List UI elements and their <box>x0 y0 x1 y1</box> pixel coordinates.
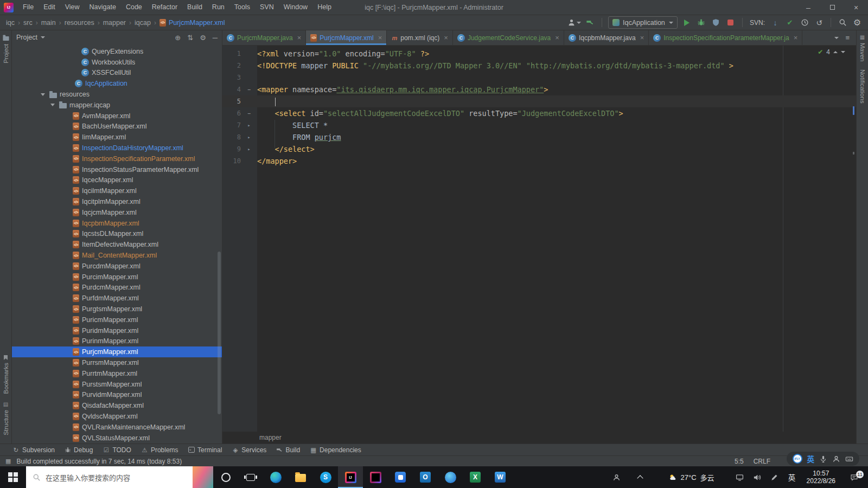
project-tree-item[interactable]: </>PurstsmMapper.xml <box>12 379 222 390</box>
pen-button[interactable] <box>767 473 783 481</box>
toolwindow-button-services[interactable]: ◈Services <box>227 444 271 455</box>
project-tree-item[interactable]: </>QVLRankMaintenanceMapper.xml <box>12 422 222 433</box>
tree-expanded-icon[interactable] <box>50 104 55 106</box>
hide-panel-button[interactable]: ─ <box>213 34 218 42</box>
toolwindow-button-problems[interactable]: ⚠Problems <box>136 444 183 455</box>
coverage-button[interactable] <box>711 17 722 29</box>
menu-run[interactable]: Run <box>207 0 229 15</box>
menu-svn[interactable]: SVN <box>255 0 279 15</box>
toolwindow-button-debug[interactable]: Debug <box>60 444 98 455</box>
error-stripe-mark[interactable] <box>853 106 854 115</box>
project-tree-item[interactable]: </>PurfdmMapper.xml <box>12 293 222 304</box>
breadcrumb-item[interactable]: main <box>41 19 56 27</box>
project-tree-item[interactable]: </>ItemDefectiveMapper.xml <box>12 239 222 250</box>
line-separator-indicator[interactable]: CRLF <box>754 458 770 465</box>
project-tree-item[interactable]: </>IimMapper.xml <box>12 132 222 143</box>
toolwindow-button-structure[interactable]: ▤ Structure <box>3 397 9 439</box>
editor-tab[interactable]: </>PurjcmMapper.xml× <box>306 30 387 45</box>
editor-tab[interactable]: CInspectionSpecificationParameterMapper.… <box>649 30 802 45</box>
taskbar-app-outlook[interactable]: O <box>413 466 438 488</box>
project-tree-item[interactable]: CWorkbookUtils <box>12 57 222 68</box>
menu-code[interactable]: Code <box>121 0 147 15</box>
code-line[interactable]: 6− <select id="selectAllJudgementCodeExc… <box>222 107 856 119</box>
taskbar-app-meeting-app[interactable] <box>438 466 463 488</box>
editor-tab[interactable]: CPurjcmMapper.java× <box>222 30 306 45</box>
run-configuration-select[interactable]: IqcApplication <box>608 16 678 29</box>
taskbar-app-skype[interactable]: S <box>313 466 338 488</box>
settings-button[interactable]: ⚙ <box>852 17 863 29</box>
start-button[interactable] <box>0 466 26 488</box>
taskbar-app-jetbrains-ide[interactable] <box>363 466 388 488</box>
update-project-button[interactable]: ↓ <box>770 17 781 29</box>
project-scrollbar[interactable] <box>218 252 221 414</box>
taskbar-clock[interactable]: 10:57 2022/8/26 <box>801 470 841 485</box>
weather-widget[interactable]: 27°C 多云 <box>661 472 722 483</box>
code-line[interactable]: 4−<mapper namespace="its.qisdaerp.mm.iqc… <box>222 84 856 95</box>
code-line[interactable]: 7▸ SELECT * <box>222 119 856 131</box>
tab-close-icon[interactable]: × <box>555 34 559 42</box>
project-tree-item[interactable]: </>PurcimMapper.xml <box>12 272 222 282</box>
project-tree-item[interactable]: </>PurrtmMapper.xml <box>12 368 222 379</box>
project-tree-item[interactable]: </>PurgtsmMapper.xml <box>12 304 222 314</box>
editor-tab[interactable]: CJudgementCodeService.java× <box>453 30 564 45</box>
rollback-button[interactable]: ↺ <box>814 17 825 29</box>
editor[interactable]: 1<?xml version="1.0" encoding="UTF-8" ?>… <box>222 46 856 432</box>
toolwindow-button-notifications[interactable]: Notifications <box>859 66 866 107</box>
toolwindow-button-project[interactable]: Project <box>2 30 10 67</box>
taskbar-app-task-view[interactable] <box>238 466 263 488</box>
menu-view[interactable]: View <box>60 0 85 15</box>
prev-problem-icon[interactable] <box>833 51 838 53</box>
action-center-button[interactable]: 11 <box>842 473 866 481</box>
project-tree-item[interactable]: </>IqcilmtMapper.xml <box>12 185 222 196</box>
toolwindow-button-todo[interactable]: ☑TODO <box>98 444 136 455</box>
minimize-button[interactable]: – <box>796 0 820 15</box>
ime-language-mode[interactable]: 英 <box>807 453 815 464</box>
project-tree-item[interactable]: CQueryExtensions <box>12 46 222 57</box>
project-tree-item[interactable]: CIqcApplication <box>12 78 222 89</box>
tab-options-icon[interactable]: ≡ <box>845 34 850 42</box>
menu-refactor[interactable]: Refactor <box>147 0 182 15</box>
project-tree-item[interactable]: </>IqcpbmMapper.xml <box>12 218 222 229</box>
toolwindow-toggle-icon[interactable]: ▦ <box>5 458 11 465</box>
taskbar-app-cortana[interactable] <box>213 466 238 488</box>
input-language-indicator[interactable]: 英 <box>784 472 800 483</box>
taskbar-app-word[interactable]: W <box>488 466 513 488</box>
code-line[interactable]: 8▸ FROM purjcm <box>222 131 856 143</box>
editor-tab[interactable]: mpom.xml (iqc)× <box>387 30 453 45</box>
history-button[interactable] <box>799 17 810 29</box>
project-tree-item[interactable]: </>PurcdmMapper.xml <box>12 261 222 272</box>
project-tree-item[interactable]: </>InspectionSpecificationParameter.xml <box>12 153 222 164</box>
inspections-widget[interactable]: ✔ 4 <box>818 48 845 56</box>
panel-settings-button[interactable]: ⚙ <box>200 34 206 42</box>
menu-edit[interactable]: Edit <box>39 0 60 15</box>
toolwindow-button-maven[interactable]: ▦ Maven <box>859 30 866 66</box>
code-line[interactable]: 2<!DOCTYPE mapper PUBLIC "-//mybatis.org… <box>222 60 856 72</box>
search-everywhere-button[interactable] <box>837 17 848 29</box>
project-tree-item[interactable]: </>QVLStatusMapper.xml <box>12 433 222 444</box>
ifly-logo-icon[interactable]: iFLY <box>793 454 802 464</box>
project-tree-item[interactable]: </>IqcjcmMapper.xml <box>12 207 222 218</box>
project-tree-item[interactable]: </>PurdcmMapper.xml <box>12 282 222 293</box>
menu-tools[interactable]: Tools <box>229 0 255 15</box>
build-project-button[interactable] <box>585 17 596 29</box>
code-line[interactable]: 10</mapper> <box>222 155 856 167</box>
editor-tab[interactable]: CIqcpbmMapper.java× <box>564 30 649 45</box>
breadcrumb-item[interactable]: mapper <box>103 19 126 27</box>
keyboard-icon[interactable] <box>845 455 853 463</box>
editor-breadcrumb[interactable]: mapper <box>222 432 856 444</box>
breadcrumb-tag[interactable]: mapper <box>259 434 282 441</box>
project-tree-item[interactable]: mapper.iqcap <box>12 100 222 111</box>
search-highlight-image[interactable] <box>193 466 213 488</box>
project-tree-item[interactable]: </>PurinmMapper.xml <box>12 336 222 347</box>
project-tree-item[interactable]: </>IqcstsDLMapper.xml <box>12 229 222 240</box>
user-button[interactable] <box>567 17 581 29</box>
volume-button[interactable] <box>749 473 765 481</box>
select-opened-file-button[interactable]: ⊕ <box>175 34 181 42</box>
toolwindow-button-build[interactable]: Build <box>271 444 305 455</box>
project-tree-item[interactable]: resources <box>12 89 222 100</box>
project-tree-item[interactable]: </>Mail_ContentMapper.xml <box>12 250 222 261</box>
code-line[interactable]: 9▸ </select> <box>222 143 856 155</box>
toolwindow-button-bookmarks[interactable]: Bookmarks <box>3 351 9 398</box>
close-button[interactable]: × <box>844 0 868 15</box>
toolwindow-button-dependencies[interactable]: ▦Dependencies <box>305 444 366 455</box>
